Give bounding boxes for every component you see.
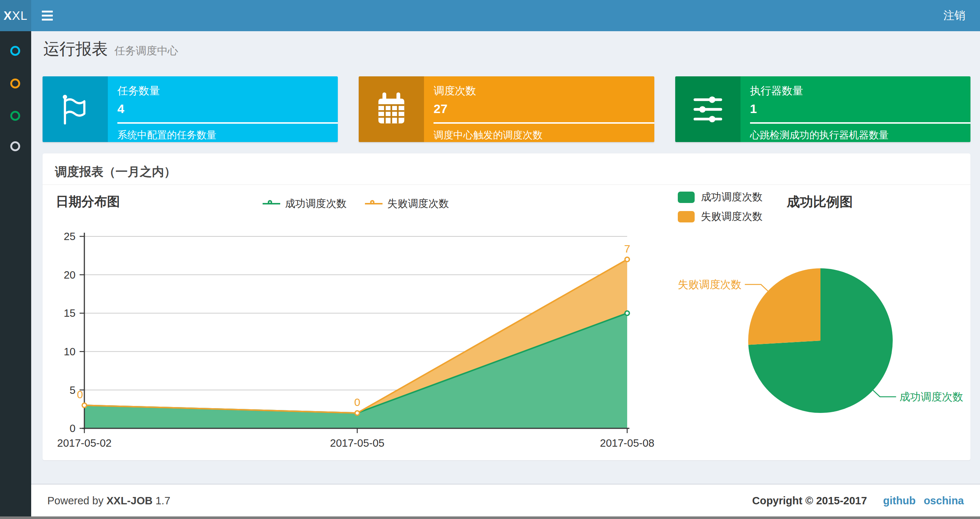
navbar-right: 注销 <box>943 8 980 23</box>
svg-text:0: 0 <box>354 396 361 408</box>
line-legend-circle <box>268 200 272 204</box>
page-subtitle: 任务调度中心 <box>115 44 178 58</box>
report-panel: 调度报表（一月之内） 日期分布图 成功调度次数 失败调度次数 051015202… <box>43 153 970 460</box>
svg-text:5: 5 <box>70 384 76 396</box>
app-root: XXL 注销 运行报表 任务调度中心 <box>0 0 980 519</box>
flag-icon <box>43 76 108 142</box>
svg-text:20: 20 <box>64 269 76 281</box>
logout-link[interactable]: 注销 <box>943 9 965 21</box>
info-box-divider <box>750 122 970 124</box>
info-box-description: 系统中配置的任务数量 <box>118 128 338 142</box>
info-box-executors: 执行器数量 1 心跳检测成功的执行器机器数量 <box>675 76 970 142</box>
pie-legend-swatch <box>678 211 695 222</box>
github-link[interactable]: github <box>883 495 916 507</box>
info-box-divider <box>434 122 654 124</box>
pie-legend-swatch <box>678 192 695 203</box>
svg-text:2017-05-05: 2017-05-05 <box>330 437 384 449</box>
version: 1.7 <box>156 495 170 506</box>
info-box-value: 1 <box>750 102 970 116</box>
svg-text:2017-05-08: 2017-05-08 <box>600 437 654 449</box>
svg-text:2017-05-02: 2017-05-02 <box>57 437 111 449</box>
line-chart: 05101520252017-05-022017-05-052017-05-08… <box>46 227 666 458</box>
sliders-icon <box>675 76 740 142</box>
info-box-label: 任务数量 <box>118 84 338 98</box>
brand-name: XXL-JOB <box>107 495 153 506</box>
info-box-label: 调度次数 <box>434 84 654 98</box>
powered-by-prefix: Powered by <box>47 495 103 506</box>
sidebar-item-4 circle-icon[interactable] <box>10 141 20 151</box>
pie-chart-title: 成功比例图 <box>743 193 897 211</box>
svg-text:10: 10 <box>64 346 76 358</box>
window-bottom-edge <box>0 516 980 519</box>
sidebar-item-1 circle-icon[interactable] <box>10 46 20 56</box>
legend-label: 失败调度次数 <box>387 197 449 211</box>
info-box-triggers: 调度次数 27 调度中心触发的调度次数 <box>359 76 654 142</box>
logo-text-bold: X <box>4 9 12 23</box>
info-box-content: 任务数量 4 系统中配置的任务数量 <box>108 76 338 142</box>
oschina-link[interactable]: oschina <box>924 495 964 507</box>
sidebar-item-2 circle-icon[interactable] <box>10 78 20 88</box>
hamburger-icon <box>42 19 53 21</box>
info-box-description: 心跳检测成功的执行器机器数量 <box>750 128 970 142</box>
info-box-value: 27 <box>434 102 654 116</box>
page-title: 运行报表 <box>43 38 108 60</box>
app-logo[interactable]: XXL <box>0 0 31 31</box>
info-box-jobs: 任务数量 4 系统中配置的任务数量 <box>43 76 338 142</box>
copyright: Copyright © 2015-2017 <box>752 495 867 507</box>
hamburger-icon <box>42 15 53 16</box>
info-box-description: 调度中心触发的调度次数 <box>434 128 654 142</box>
page-header: 运行报表 任务调度中心 <box>43 38 178 60</box>
panel-title: 调度报表（一月之内） <box>55 164 176 180</box>
sidebar-toggle-button[interactable] <box>31 0 64 31</box>
line-legend-marker <box>365 203 383 204</box>
legend-item-fail[interactable]: 失败调度次数 <box>365 197 449 211</box>
calendar-icon <box>359 76 424 142</box>
info-box-content: 调度次数 27 调度中心触发的调度次数 <box>424 76 654 142</box>
legend-item-success[interactable]: 成功调度次数 <box>262 197 347 211</box>
footer: Powered by XXL-JOB 1.7 Copyright © 2015-… <box>31 484 980 519</box>
legend-label: 成功调度次数 <box>285 197 347 211</box>
info-box-row: 任务数量 4 系统中配置的任务数量 <box>43 76 970 142</box>
sidebar <box>0 31 31 519</box>
info-box-label: 执行器数量 <box>750 84 970 98</box>
logo-text-light: XL <box>12 9 27 23</box>
line-chart-title: 日期分布图 <box>56 193 120 210</box>
info-box-content: 执行器数量 1 心跳检测成功的执行器机器数量 <box>740 76 970 142</box>
legend-label: 失败调度次数 <box>701 209 762 224</box>
svg-text:15: 15 <box>64 307 76 319</box>
svg-text:失败调度次数: 失败调度次数 <box>678 279 741 290</box>
pie-chart: 成功调度次数失败调度次数 <box>673 241 970 447</box>
svg-text:7: 7 <box>624 243 630 255</box>
top-navbar: XXL 注销 <box>0 0 980 31</box>
powered-by: Powered by XXL-JOB 1.7 <box>47 495 170 507</box>
panel-divider <box>43 184 970 185</box>
line-legend-marker <box>262 203 280 204</box>
info-box-divider <box>118 122 338 124</box>
svg-text:25: 25 <box>64 230 76 242</box>
info-box-value: 4 <box>118 102 338 116</box>
legend-item-fail[interactable]: 失败调度次数 <box>678 209 762 224</box>
sidebar-item-3 circle-icon[interactable] <box>10 111 20 121</box>
svg-text:成功调度次数: 成功调度次数 <box>899 391 963 402</box>
svg-text:0: 0 <box>70 422 76 434</box>
hamburger-icon <box>42 11 53 13</box>
svg-text:0: 0 <box>77 388 83 401</box>
line-legend-circle <box>370 200 374 204</box>
footer-links: Copyright © 2015-2017 github oschina <box>752 495 964 507</box>
line-chart-legend: 成功调度次数 失败调度次数 <box>262 197 449 211</box>
